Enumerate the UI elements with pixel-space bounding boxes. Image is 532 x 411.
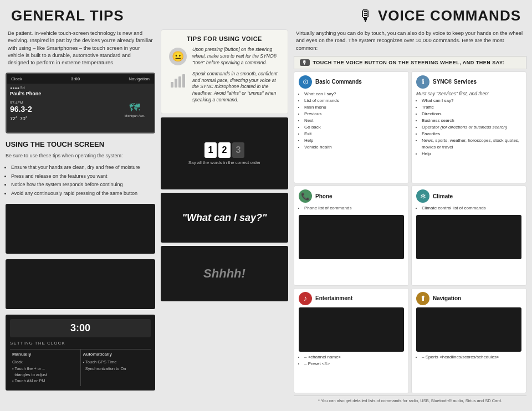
basic-commands-header: ⊙ Basic Commands	[299, 75, 404, 89]
climate-dark-section	[416, 215, 521, 259]
dark-section-1	[6, 204, 155, 254]
screen-tab-clock[interactable]: Clock	[11, 76, 22, 81]
tips-row-2: Speak commands in a smooth, confident an…	[168, 71, 281, 104]
navigation-list: – Sports <headlines/scores/schedules>	[416, 354, 521, 361]
entertainment-channel: – <channel name>	[304, 354, 404, 361]
tips-title: TIPS FOR USING VOICE	[168, 35, 281, 42]
screen-right-map: 🗺 Michigan Ave.	[115, 84, 154, 132]
map-icon: 🗺	[129, 101, 140, 114]
right-panel: Virtually anything you can do by touch, …	[294, 29, 526, 405]
bullet-3: Notice how the system responds before co…	[11, 181, 155, 189]
climate-icon: ❄	[416, 189, 429, 203]
cmd-list-of-commands: List of commands	[304, 97, 404, 104]
sync-business-search: Business search	[422, 117, 521, 124]
touchscreen-bullets: Ensure that your hands are clean, dry an…	[6, 164, 155, 198]
clock-subtitle: SETTING THE CLOCK	[10, 341, 151, 346]
manually-title: Manually	[12, 352, 78, 357]
climate-header: ❄ Climate	[416, 189, 521, 203]
screen-tab-nav[interactable]: Navigation	[129, 76, 150, 81]
phone-list: Phone list of commands	[299, 205, 404, 212]
steering-wheel-icon: ⊙	[299, 75, 312, 89]
entertainment-preset: – Preset <#>	[304, 361, 404, 367]
cmd-previous: Previous	[304, 111, 404, 117]
sync-services-box: ℹ SYNC® Services Must say "Services" fir…	[411, 71, 526, 183]
basic-commands-box: ⊙ Basic Commands What can I say? List of…	[294, 71, 409, 183]
climate-box: ❄ Climate Climate control list of comman…	[411, 186, 526, 285]
entertainment-header: ♪ Entertainment	[299, 292, 404, 305]
sync-traffic: Traffic	[422, 104, 521, 111]
entertainment-title: Entertainment	[315, 295, 352, 301]
using-touchscreen-title: USING THE TOUCH SCREEN	[6, 140, 155, 148]
manually-content: Clock • Touch the + or – triangles to ad…	[12, 359, 78, 384]
tips-row-1: 😐 Upon pressing [button] on the steering…	[168, 47, 281, 66]
sync-operator: Operator (for directions or business sea…	[422, 124, 521, 131]
numbers-section: 1 2 3 Say all the words in the correct o…	[161, 117, 288, 189]
tips-icon-area-2	[168, 71, 188, 88]
bullet-4: Avoid any continuously rapid pressing of…	[11, 190, 155, 198]
quote-section: "What can I say?"	[161, 193, 288, 243]
screen-time: 3:00	[71, 76, 80, 81]
phone-box: 📞 Phone Phone list of commands	[294, 186, 409, 285]
navigation-sports: – Sports <headlines/scores/schedules>	[422, 354, 521, 361]
navigation-header: ⬆ Navigation	[416, 292, 521, 305]
climate-title: Climate	[433, 193, 453, 199]
screen-freq: 96.3-2	[10, 105, 112, 114]
left-panel: Be patient. In-vehicle touch-screen tech…	[6, 29, 155, 405]
cmd-vehicle-health: Vehicle health	[304, 144, 404, 151]
header: GENERAL TIPS 🎙 VOICE COMMANDS	[0, 0, 532, 29]
sync-what-can-i-say: What can I say?	[422, 97, 521, 104]
voice-button-icon: 🎙	[300, 59, 310, 66]
numbers-display: 1 2 3	[204, 142, 244, 158]
shh-text: Shhhh!	[203, 266, 245, 281]
voice-commands-icon: 🎙	[358, 7, 374, 25]
sync-services-header: ℹ SYNC® Services	[416, 75, 521, 89]
cmd-go-back: Go back	[304, 124, 404, 131]
cmd-help: Help	[304, 137, 404, 144]
basic-commands-title: Basic Commands	[315, 79, 362, 85]
screen-station-label: 97.4FM	[10, 101, 112, 105]
sync-info-icon: ℹ	[416, 75, 429, 89]
using-touchscreen-subtitle: Be sure to use these tips when operating…	[6, 153, 155, 158]
screen-phone-name: Paul's Phone	[10, 91, 112, 96]
phone-list-item: Phone list of commands	[304, 205, 404, 212]
tips-box: TIPS FOR USING VOICE 😐 Upon pressing [bu…	[161, 29, 288, 114]
num-2: 2	[218, 142, 231, 158]
clock-section: 3:00 SETTING THE CLOCK Manually Clock • …	[6, 315, 155, 391]
voice-commands-title: VOICE COMMANDS	[378, 7, 521, 24]
touch-header-text: TOUCH THE VOICE BUTTON ON THE STEERING W…	[313, 60, 505, 65]
climate-list: Climate control list of commands	[416, 205, 521, 212]
screen-temp2: 70°	[20, 116, 28, 121]
phone-icon: 📞	[299, 189, 312, 203]
entertainment-icon: ♪	[299, 292, 312, 305]
cmd-next: Next	[304, 117, 404, 124]
climate-list-item: Climate control list of commands	[422, 205, 521, 212]
phone-dark-section	[299, 215, 404, 259]
screen-map-addr: Michigan Ave.	[124, 114, 145, 117]
navigation-icon: ⬆	[416, 292, 429, 305]
tips-icon-area-1: 😐	[168, 47, 188, 65]
basic-commands-list: What can I say? List of commands Main me…	[299, 91, 404, 151]
automatically-title: Automatically	[83, 352, 149, 357]
dark-section-2	[6, 259, 155, 309]
sync-services-list: What can I say? Traffic Directions Busin…	[416, 97, 521, 157]
shh-section: Shhhh!	[161, 246, 288, 301]
phone-title: Phone	[315, 193, 332, 199]
middle-panel: TIPS FOR USING VOICE 😐 Upon pressing [bu…	[161, 29, 288, 405]
screen-temp1: 72°	[10, 116, 18, 121]
screen-temp-row: 72° 70°	[10, 116, 112, 121]
entertainment-list: – <channel name> – Preset <#>	[299, 354, 404, 367]
cmd-exit: Exit	[304, 131, 404, 137]
header-right: 🎙 VOICE COMMANDS	[358, 7, 521, 25]
cmd-main-menu: Main menu	[304, 104, 404, 111]
num-3: 3	[232, 142, 244, 158]
automatically-content: • Touch GPS Time Synchronization to On	[83, 359, 149, 372]
num-1: 1	[204, 142, 217, 158]
commands-grid: ⊙ Basic Commands What can I say? List of…	[294, 71, 526, 393]
screen-signal: ●●●● 5d	[10, 86, 112, 90]
footer-note: * You can also get detailed lists of com…	[294, 395, 526, 405]
voice-intro-text: Virtually anything you can do by touch, …	[294, 29, 526, 54]
screen-mockup: Clock 3:00 Navigation ●●●● 5d Paul's Pho…	[6, 73, 155, 133]
tips-bars-icon	[171, 72, 185, 88]
general-tips-title: GENERAL TIPS	[11, 7, 358, 24]
clock-col-manual: Manually Clock • Touch the + or – triang…	[10, 350, 80, 386]
